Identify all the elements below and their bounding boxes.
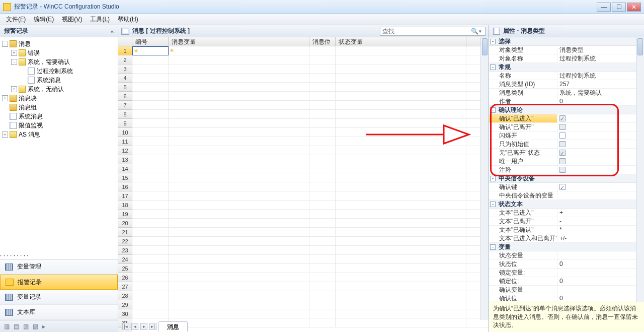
- grid-row[interactable]: [132, 128, 489, 137]
- grid-row[interactable]: [132, 55, 489, 64]
- grid-cell[interactable]: [132, 255, 169, 264]
- property-value[interactable]: *: [557, 226, 644, 234]
- row-header[interactable]: 19: [118, 210, 132, 219]
- grid-row[interactable]: [132, 101, 489, 110]
- close-button[interactable]: ✕: [627, 3, 641, 12]
- grid-cell[interactable]: [169, 246, 309, 255]
- checkbox[interactable]: [559, 124, 566, 130]
- collapse-icon[interactable]: -: [490, 64, 496, 70]
- grid-cell[interactable]: [132, 201, 169, 210]
- expand-icon[interactable]: +: [2, 131, 8, 138]
- expand-icon[interactable]: +: [11, 86, 17, 92]
- collapse-icon[interactable]: «: [111, 28, 114, 34]
- row-header[interactable]: 9: [118, 119, 132, 128]
- grid-cell[interactable]: [132, 309, 169, 318]
- grid-cell[interactable]: [132, 173, 169, 182]
- row-header[interactable]: 22: [118, 237, 132, 246]
- grid-cell[interactable]: [336, 155, 466, 164]
- grid-cell[interactable]: [132, 228, 169, 237]
- grid-cell[interactable]: [169, 110, 309, 119]
- grid-row[interactable]: [132, 74, 489, 83]
- grid-row[interactable]: [132, 191, 489, 201]
- row-header[interactable]: 17: [118, 191, 132, 201]
- grid-cell[interactable]: [309, 137, 336, 146]
- grid-cell[interactable]: [169, 228, 309, 237]
- search-icon[interactable]: 🔍: [470, 28, 479, 35]
- row-header[interactable]: 10: [118, 128, 132, 137]
- row-header[interactable]: 21: [118, 228, 132, 237]
- property-row[interactable]: 闪烁开: [489, 131, 644, 140]
- grid-cell[interactable]: [336, 110, 466, 119]
- property-row[interactable]: 确认键: [489, 183, 644, 191]
- grid-cell[interactable]: [309, 64, 336, 74]
- row-header[interactable]: 23: [118, 246, 132, 255]
- grid-cell[interactable]: [336, 309, 466, 318]
- grid-row[interactable]: [132, 228, 489, 237]
- property-row[interactable]: 确认位0: [489, 294, 644, 301]
- grid-cell[interactable]: [169, 291, 309, 300]
- row-header[interactable]: 15: [118, 173, 132, 182]
- grid-cell[interactable]: ✳: [132, 46, 169, 55]
- menu-file[interactable]: 文件(F): [2, 14, 30, 25]
- property-row[interactable]: 文本"已离开"-: [489, 217, 644, 226]
- grid-row[interactable]: [132, 219, 489, 228]
- property-value[interactable]: [557, 183, 644, 191]
- grid-cell[interactable]: [336, 119, 466, 128]
- row-header[interactable]: 1: [118, 46, 132, 55]
- data-grid[interactable]: 1234567891011121314151617181920212223242…: [118, 37, 489, 332]
- grid-cell[interactable]: [336, 164, 466, 173]
- grid-cell[interactable]: [169, 255, 309, 264]
- grid-cell[interactable]: [132, 300, 169, 309]
- grid-cell[interactable]: [336, 291, 466, 300]
- grid-cell[interactable]: [132, 164, 169, 173]
- maximize-button[interactable]: ☐: [612, 3, 626, 12]
- property-value[interactable]: -: [557, 217, 644, 225]
- grid-cell[interactable]: [132, 246, 169, 255]
- collapse-icon[interactable]: -: [490, 39, 496, 44]
- grid-cell[interactable]: [169, 64, 309, 74]
- grid-cell[interactable]: [336, 273, 466, 282]
- row-header[interactable]: 5: [118, 83, 132, 92]
- grid-cell[interactable]: [132, 273, 169, 282]
- grid-cell[interactable]: [132, 282, 169, 291]
- menu-help[interactable]: 帮助(H): [114, 14, 142, 25]
- grid-cell[interactable]: [132, 146, 169, 155]
- grid-cell[interactable]: [336, 83, 466, 92]
- grid-cell[interactable]: [132, 64, 169, 74]
- grid-cell[interactable]: [169, 155, 309, 164]
- grid-cell[interactable]: [309, 128, 336, 137]
- property-row[interactable]: 文本"已进入"+: [489, 209, 644, 217]
- toolbar-icon[interactable]: ▧: [23, 323, 29, 330]
- property-row[interactable]: 只为初始值: [489, 140, 644, 149]
- grid-cell[interactable]: [336, 137, 466, 146]
- grid-cell[interactable]: [336, 264, 466, 273]
- toolbar-icon[interactable]: ▸: [42, 323, 45, 330]
- grid-cell[interactable]: [169, 83, 309, 92]
- property-value[interactable]: 过程控制系统: [557, 72, 644, 80]
- grid-cell[interactable]: [132, 83, 169, 92]
- grid-cell[interactable]: [169, 309, 309, 318]
- grid-row[interactable]: [132, 264, 489, 273]
- row-header[interactable]: 25: [118, 264, 132, 273]
- grid-cell[interactable]: [132, 182, 169, 191]
- property-value[interactable]: 0: [557, 260, 644, 268]
- row-header[interactable]: 6: [118, 92, 132, 101]
- grid-cell[interactable]: [169, 55, 309, 64]
- grid-cell[interactable]: [309, 318, 336, 327]
- property-value[interactable]: [557, 114, 644, 122]
- checkbox[interactable]: [559, 150, 566, 156]
- grid-cell[interactable]: [132, 219, 169, 228]
- row-header[interactable]: 7: [118, 101, 132, 110]
- grid-cell[interactable]: [336, 173, 466, 182]
- column-header[interactable]: 编号: [132, 37, 169, 46]
- grid-cell[interactable]: [336, 300, 466, 309]
- grid-cell[interactable]: [309, 264, 336, 273]
- column-header[interactable]: 状态变量: [336, 37, 466, 46]
- toolbar-icon[interactable]: ▥: [4, 323, 10, 330]
- grid-cell[interactable]: [309, 309, 336, 318]
- grid-cell[interactable]: [169, 164, 309, 173]
- property-value[interactable]: [557, 191, 644, 200]
- grid-cell[interactable]: [336, 210, 466, 219]
- grid-cell[interactable]: [132, 155, 169, 164]
- grid-cell[interactable]: [309, 201, 336, 210]
